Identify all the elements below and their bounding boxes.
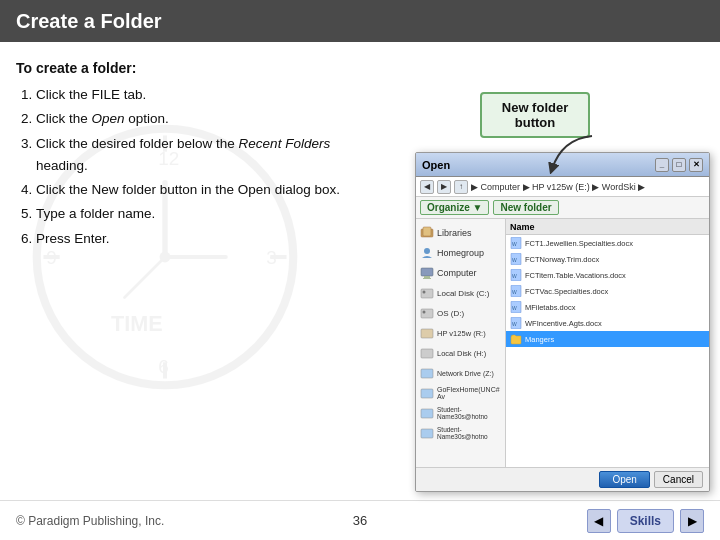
nav-os-d-label: OS (D:) bbox=[437, 309, 464, 318]
nav-local-c-label: Local Disk (C:) bbox=[437, 289, 489, 298]
nav-hp-r[interactable]: HP v125w (R:) bbox=[416, 323, 505, 343]
file-panel-header: Name bbox=[506, 219, 709, 235]
computer-icon bbox=[420, 266, 434, 280]
file-icon-6: W bbox=[510, 317, 522, 329]
nav-goflex[interactable]: GoFlexHome(UNC# Av bbox=[416, 383, 505, 403]
maximize-button[interactable]: □ bbox=[672, 158, 686, 172]
svg-rect-17 bbox=[421, 268, 433, 276]
file-icon-3: W bbox=[510, 269, 522, 281]
intro-text: To create a folder: bbox=[16, 60, 376, 76]
close-button[interactable]: ✕ bbox=[689, 158, 703, 172]
address-bar: ◀ ▶ ↑ ▶ Computer ▶ HP v125w (E:) ▶ WordS… bbox=[416, 177, 709, 197]
cancel-button[interactable]: Cancel bbox=[654, 471, 703, 488]
dialog-window-controls: _ □ ✕ bbox=[655, 158, 703, 172]
copyright-text: © Paradigm Publishing, Inc. bbox=[16, 514, 587, 528]
open-button[interactable]: Open bbox=[599, 471, 649, 488]
svg-rect-22 bbox=[421, 309, 433, 318]
step-6: Press Enter. bbox=[36, 228, 376, 250]
footer: © Paradigm Publishing, Inc. 36 ◀ Skills … bbox=[0, 500, 720, 540]
prev-button[interactable]: ◀ bbox=[587, 509, 611, 533]
student2-icon bbox=[420, 426, 434, 440]
dialog-button-bar: Open Cancel bbox=[416, 467, 709, 491]
svg-rect-19 bbox=[423, 278, 431, 279]
svg-point-16 bbox=[424, 248, 430, 254]
file-item-1[interactable]: W FCT1.Jewellien.Specialties.docx bbox=[506, 235, 709, 251]
organize-button[interactable]: Organize ▼ bbox=[420, 200, 489, 215]
file-panel: Name W FCT1.Jewellien.Specialties.docx W bbox=[506, 219, 709, 467]
svg-text:W: W bbox=[512, 273, 517, 279]
disk-r-icon bbox=[420, 326, 434, 340]
header-title: Create a Folder bbox=[16, 10, 162, 33]
nav-student-2-label: Student-Name30s@hotno bbox=[437, 426, 501, 440]
file-item-6[interactable]: W WFIncentive.Agts.docx bbox=[506, 315, 709, 331]
network-icon bbox=[420, 366, 434, 380]
dialog-area: New folder button Open _ □ ✕ bbox=[415, 92, 710, 432]
nav-computer-label: Computer bbox=[437, 268, 477, 278]
svg-text:W: W bbox=[512, 321, 517, 327]
nav-student-1[interactable]: Student-Name30s@hotno bbox=[416, 403, 505, 423]
skills-button[interactable]: Skills bbox=[617, 509, 674, 533]
callout-arrow-svg bbox=[542, 134, 602, 174]
file-item-5[interactable]: W MFiletabs.docx bbox=[506, 299, 709, 315]
nav-local-h-label: Local Disk (H:) bbox=[437, 349, 486, 358]
disk-h-icon bbox=[420, 346, 434, 360]
nav-student-2[interactable]: Student-Name30s@hotno bbox=[416, 423, 505, 443]
file-icon-4: W bbox=[510, 285, 522, 297]
nav-homegroup-label: Homegroup bbox=[437, 248, 484, 258]
file-item-2[interactable]: W FCTNorway.Trim.docx bbox=[506, 251, 709, 267]
dialog-title: Open bbox=[422, 159, 450, 171]
svg-rect-18 bbox=[424, 276, 430, 278]
dialog-body: Libraries Homegroup bbox=[416, 219, 709, 467]
new-folder-callout: New folder button bbox=[480, 92, 590, 138]
svg-text:W: W bbox=[512, 305, 517, 311]
dialog-toolbar: Organize ▼ New folder bbox=[416, 197, 709, 219]
file-icon-5: W bbox=[510, 301, 522, 313]
nav-local-c[interactable]: Local Disk (C:) bbox=[416, 283, 505, 303]
nav-network-z[interactable]: Network Drive (Z:) bbox=[416, 363, 505, 383]
file-item-mangers[interactable]: Mangers bbox=[506, 331, 709, 347]
minimize-button[interactable]: _ bbox=[655, 158, 669, 172]
nav-local-h[interactable]: Local Disk (H:) bbox=[416, 343, 505, 363]
instructions-area: To create a folder: Click the FILE tab. … bbox=[16, 60, 376, 490]
back-button[interactable]: ◀ bbox=[420, 180, 434, 194]
next-button[interactable]: ▶ bbox=[680, 509, 704, 533]
folder-icon-mangers bbox=[510, 333, 522, 345]
svg-rect-26 bbox=[421, 369, 433, 378]
student1-icon bbox=[420, 406, 434, 420]
file-icon-1: W bbox=[510, 237, 522, 249]
goflex-icon bbox=[420, 386, 434, 400]
svg-rect-25 bbox=[421, 349, 433, 358]
svg-point-23 bbox=[423, 311, 426, 314]
slide-header: Create a Folder bbox=[0, 0, 720, 42]
svg-text:W: W bbox=[512, 257, 517, 263]
homegroup-icon bbox=[420, 246, 434, 260]
nav-homegroup[interactable]: Homegroup bbox=[416, 243, 505, 263]
up-button[interactable]: ↑ bbox=[454, 180, 468, 194]
svg-rect-24 bbox=[421, 329, 433, 338]
step-1: Click the FILE tab. bbox=[36, 84, 376, 106]
svg-rect-28 bbox=[421, 409, 433, 418]
disk-c-icon bbox=[420, 286, 434, 300]
open-dialog: Open _ □ ✕ ◀ ▶ ↑ ▶ Computer ▶ HP v125w (… bbox=[415, 152, 710, 492]
nav-libraries[interactable]: Libraries bbox=[416, 223, 505, 243]
file-item-3[interactable]: W FCTitem.Table.Vacations.docx bbox=[506, 267, 709, 283]
nav-computer[interactable]: Computer bbox=[416, 263, 505, 283]
svg-text:W: W bbox=[512, 289, 517, 295]
steps-list: Click the FILE tab. Click the Open optio… bbox=[36, 84, 376, 250]
step-5: Type a folder name. bbox=[36, 203, 376, 225]
main-content: 12 3 6 9 TIME To create a folder: Click … bbox=[0, 42, 720, 500]
file-icon-2: W bbox=[510, 253, 522, 265]
svg-rect-29 bbox=[421, 429, 433, 438]
file-name-column: Name bbox=[510, 222, 535, 232]
svg-rect-20 bbox=[421, 289, 433, 298]
nav-os-d[interactable]: OS (D:) bbox=[416, 303, 505, 323]
svg-rect-15 bbox=[423, 227, 431, 236]
forward-button[interactable]: ▶ bbox=[437, 180, 451, 194]
footer-nav: ◀ Skills ▶ bbox=[587, 509, 704, 533]
file-item-4[interactable]: W FCTVac.Specialties.docx bbox=[506, 283, 709, 299]
step-2: Click the Open option. bbox=[36, 108, 376, 130]
nav-panel: Libraries Homegroup bbox=[416, 219, 506, 467]
svg-rect-27 bbox=[421, 389, 433, 398]
new-folder-button[interactable]: New folder bbox=[493, 200, 558, 215]
svg-text:W: W bbox=[512, 241, 517, 247]
